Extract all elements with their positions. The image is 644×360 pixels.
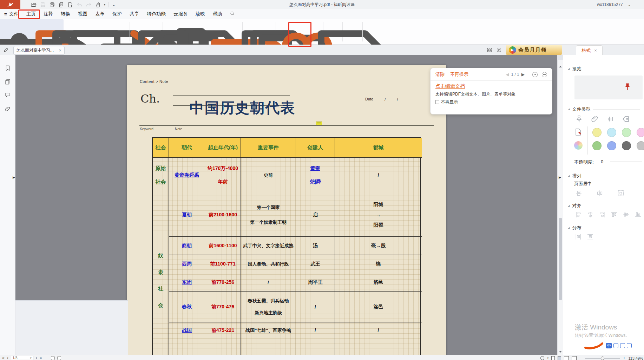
page-dropdown-icon[interactable]: ▾ — [30, 356, 32, 360]
new-page-icon[interactable] — [67, 2, 73, 8]
distribute-horizontal-icon[interactable] — [575, 233, 582, 242]
prev-page-icon[interactable]: ‹ — [7, 355, 8, 360]
center-both-icon[interactable] — [617, 189, 625, 198]
swatch-lightblue[interactable] — [607, 128, 616, 137]
sidebar-comments-icon[interactable] — [5, 92, 11, 98]
ime-tool-icon[interactable] — [620, 343, 625, 348]
menu-features[interactable]: 特色功能 — [143, 11, 170, 17]
zoom-slider[interactable] — [585, 358, 620, 359]
align-right-icon[interactable] — [599, 211, 606, 220]
dynasty-link[interactable]: 东周 — [182, 279, 192, 286]
founder-link[interactable]: 尧|舜 — [310, 179, 321, 185]
close-tab-icon[interactable]: × — [59, 48, 61, 53]
account-id[interactable]: wx118615277 — [597, 2, 623, 7]
popup-collapse-icon[interactable] — [542, 72, 547, 77]
ime-toolbar[interactable]: 中 — [584, 341, 632, 350]
undo-icon[interactable] — [77, 2, 83, 8]
dynasty-link[interactable]: 黄帝尧舜禹 — [175, 172, 199, 178]
sidebar-bookmarks-icon[interactable] — [5, 65, 11, 71]
last-page-icon[interactable]: » — [40, 355, 42, 360]
swatch-pink[interactable] — [637, 128, 644, 137]
vertical-scrollbar[interactable] — [557, 55, 563, 355]
tool-square-icon[interactable] — [51, 356, 55, 360]
open-folder-icon[interactable] — [31, 2, 37, 8]
scroll-down-icon[interactable] — [559, 351, 562, 353]
opacity-slider[interactable] — [610, 162, 642, 162]
ime-keyboard-icon[interactable] — [613, 343, 618, 348]
dynasty-link[interactable]: 西周 — [182, 261, 192, 267]
vip-monthly-button[interactable]: ▶ 会员月月领 — [506, 45, 562, 55]
menu-home[interactable]: 主页 — [22, 11, 40, 17]
swatch-lightgray[interactable] — [637, 141, 644, 150]
menu-share[interactable]: 共享 — [126, 11, 143, 17]
swatch-blue[interactable] — [607, 141, 616, 150]
account-chevron-icon[interactable]: ⌄ — [628, 2, 631, 7]
color-wheel-icon[interactable] — [574, 141, 583, 150]
section-expander-icon[interactable]: ◢ — [568, 67, 570, 70]
menu-comment[interactable]: 注释 — [40, 11, 57, 17]
left-panel-expander[interactable]: ▶ — [13, 176, 15, 179]
popup-settings-icon[interactable] — [532, 72, 538, 77]
sidebar-attachments-icon[interactable] — [5, 106, 11, 112]
save-icon[interactable] — [40, 2, 46, 8]
first-page-icon[interactable]: « — [2, 355, 5, 360]
print-icon[interactable] — [49, 2, 55, 8]
format-tab-close-icon[interactable]: × — [594, 48, 597, 53]
history-clock-icon[interactable] — [540, 356, 544, 360]
ime-chinese-icon[interactable]: 中 — [606, 343, 612, 348]
align-middle-icon[interactable] — [623, 211, 630, 220]
history-dropdown-icon[interactable]: ▾ — [547, 356, 548, 360]
pin-type-icon[interactable] — [575, 115, 583, 125]
edit-document-link[interactable]: 点击编辑文档 — [435, 83, 465, 90]
scrollbar-thumb[interactable] — [559, 218, 562, 300]
align-center-icon[interactable] — [587, 211, 594, 220]
swatch-darkgray[interactable] — [622, 141, 631, 150]
zoom-slider-handle[interactable] — [601, 356, 604, 360]
menu-cloud[interactable]: 云服务 — [170, 11, 192, 17]
tool-square2-icon[interactable] — [57, 356, 61, 360]
dynasty-link[interactable]: 商朝 — [182, 243, 192, 249]
section-expander-icon[interactable]: ◢ — [568, 227, 570, 229]
document-viewport[interactable]: Content > Note Ch. 中国历史朝代表 Date / / Keyw… — [15, 55, 557, 355]
center-horizontal-icon[interactable] — [575, 189, 583, 198]
menu-file[interactable]: ≡文件 — [0, 11, 22, 17]
copy-page-icon[interactable] — [58, 2, 64, 8]
section-expander-icon[interactable]: ◢ — [568, 175, 570, 177]
ime-mic-icon[interactable] — [627, 343, 632, 348]
next-page-icon[interactable]: › — [36, 355, 37, 360]
menu-view[interactable]: 视图 — [74, 11, 91, 17]
popup-dismiss-button[interactable]: 不再提示 — [450, 71, 468, 78]
tag-type-icon[interactable] — [622, 115, 630, 125]
popup-next-icon[interactable]: ▶ — [521, 72, 525, 77]
format-panel-tab[interactable]: 格式 × — [576, 45, 603, 55]
page-pin-icon[interactable] — [574, 128, 583, 138]
section-expander-icon[interactable]: ◢ — [568, 204, 570, 207]
minimize-button[interactable]: — — [636, 2, 640, 7]
swatch-yellow[interactable] — [592, 128, 602, 137]
paperclip-type-icon[interactable] — [591, 115, 599, 125]
swatch-lightgreen[interactable] — [622, 128, 631, 137]
menu-help[interactable]: 帮助 — [209, 11, 226, 17]
sidebar-pages-icon[interactable] — [5, 79, 11, 85]
menu-present[interactable]: 放映 — [191, 11, 209, 17]
section-expander-icon[interactable]: ◢ — [568, 108, 570, 111]
popup-clear-button[interactable]: 清除 — [435, 71, 445, 78]
dynasty-link[interactable]: 夏朝 — [182, 212, 192, 218]
zoom-out-icon[interactable]: − — [579, 355, 582, 360]
swatch-green[interactable] — [592, 141, 602, 150]
read-mode-icon[interactable] — [496, 47, 502, 54]
menu-protect[interactable]: 保护 — [109, 11, 126, 17]
align-bottom-icon[interactable] — [635, 211, 642, 220]
menu-form[interactable]: 表单 — [91, 11, 109, 17]
menu-convert[interactable]: 转换 — [57, 11, 74, 17]
redo-icon[interactable] — [86, 2, 92, 8]
continuous-page-view-icon[interactable] — [558, 356, 561, 360]
page-number-box[interactable]: 1/3▾ — [11, 356, 33, 360]
dynasty-link[interactable]: 战国 — [182, 327, 192, 334]
hand-pointer-icon[interactable] — [95, 2, 101, 8]
hand-dropdown-icon[interactable]: ▾ — [104, 3, 105, 6]
customize-toolbar-icon[interactable]: ⌄ — [112, 2, 116, 7]
center-vertical-icon[interactable] — [596, 189, 604, 198]
founder-link[interactable]: 黄帝 — [310, 165, 320, 172]
zoom-in-icon[interactable]: + — [623, 355, 626, 360]
